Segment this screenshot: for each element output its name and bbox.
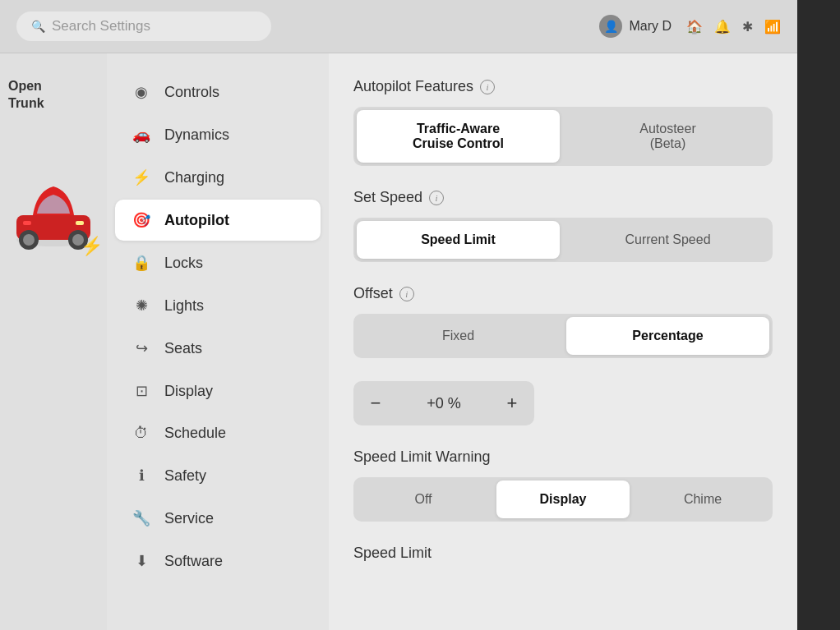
open-trunk-area[interactable]: OpenTrunk — [0, 78, 107, 113]
main-content: Autopilot Features i Traffic-AwareCruise… — [329, 53, 797, 630]
set-speed-group: Speed Limit Current Speed — [353, 218, 773, 262]
offset-group: Fixed Percentage — [353, 314, 773, 358]
top-bar-right: 👤 Mary D 🏠 🔔 ✱ 📶 — [599, 15, 781, 38]
speed-limit-warning-title: Speed Limit Warning — [353, 448, 773, 466]
search-input[interactable]: Search Settings — [52, 18, 150, 34]
sidebar-item-autopilot[interactable]: 🎯 Autopilot — [115, 200, 321, 241]
lights-icon: ✺ — [132, 297, 151, 315]
offset-info-icon[interactable]: i — [399, 287, 414, 301]
schedule-icon: ⏱ — [132, 425, 151, 442]
set-speed-info-icon[interactable]: i — [429, 191, 444, 205]
speed-limit-btn[interactable]: Speed Limit — [357, 221, 560, 259]
sidebar-label-safety: Safety — [164, 467, 206, 485]
sidebar-item-dynamics[interactable]: 🚗 Dynamics — [115, 114, 321, 155]
display-btn[interactable]: Display — [496, 481, 630, 518]
svg-rect-6 — [76, 221, 84, 225]
set-speed-title: Set Speed i — [353, 189, 773, 206]
autopilot-features-title: Autopilot Features i — [353, 78, 773, 95]
sidebar-item-locks[interactable]: 🔒 Locks — [115, 242, 321, 283]
locks-icon: 🔒 — [132, 254, 151, 272]
charging-icon: ⚡ — [132, 168, 151, 186]
fixed-btn[interactable]: Fixed — [357, 317, 560, 355]
current-speed-btn[interactable]: Current Speed — [566, 221, 769, 259]
autosteer-beta-btn[interactable]: Autosteer(Beta) — [566, 110, 769, 163]
home-icon[interactable]: 🏠 — [686, 19, 703, 34]
sidebar-item-service[interactable]: 🔧 Service — [115, 498, 321, 539]
traffic-aware-cruise-control-btn[interactable]: Traffic-AwareCruise Control — [357, 110, 560, 163]
car-panel: OpenTrunk ⚡ — [0, 53, 107, 630]
sidebar-label-software: Software — [164, 553, 223, 570]
sidebar-item-lights[interactable]: ✺ Lights — [115, 285, 321, 326]
search-area[interactable]: 🔍 Search Settings — [16, 11, 271, 41]
sidebar-item-safety[interactable]: ℹ Safety — [115, 455, 321, 496]
sidebar-item-controls[interactable]: ◉ Controls — [115, 71, 321, 113]
sidebar-label-dynamics: Dynamics — [164, 126, 229, 144]
dynamics-icon: 🚗 — [132, 126, 151, 144]
sidebar-item-seats[interactable]: ↪ Seats — [115, 328, 321, 369]
offset-title: Offset i — [353, 285, 773, 302]
sidebar-item-schedule[interactable]: ⏱ Schedule — [115, 413, 321, 453]
open-trunk-label: OpenTrunk — [8, 78, 107, 113]
autopilot-icon: 🎯 — [132, 211, 151, 229]
sidebar-item-display[interactable]: ⊡ Display — [115, 370, 321, 412]
sidebar-label-locks: Locks — [164, 255, 203, 272]
top-bar: 🔍 Search Settings 👤 Mary D 🏠 🔔 ✱ 📶 — [0, 0, 797, 53]
sidebar-item-charging[interactable]: ⚡ Charging — [115, 157, 321, 198]
sidebar-label-controls: Controls — [164, 84, 219, 101]
speed-limit-section-title: Speed Limit — [353, 545, 773, 562]
offset-stepper: − +0 % + — [353, 381, 534, 425]
sidebar-label-display: Display — [164, 383, 213, 400]
software-icon: ⬇ — [132, 552, 151, 570]
user-info: 👤 Mary D — [599, 15, 672, 38]
top-icons: 🏠 🔔 ✱ 📶 — [686, 19, 781, 34]
sidebar-item-software[interactable]: ⬇ Software — [115, 540, 321, 582]
sidebar-label-service: Service — [164, 510, 214, 527]
nav-sidebar: ◉ Controls 🚗 Dynamics ⚡ Charging 🎯 Autop… — [107, 53, 329, 630]
sidebar-label-lights: Lights — [164, 297, 204, 315]
username: Mary D — [629, 19, 672, 34]
stepper-minus-btn[interactable]: − — [353, 381, 398, 425]
percentage-btn[interactable]: Percentage — [566, 317, 769, 355]
autopilot-features-group: Traffic-AwareCruise Control Autosteer(Be… — [353, 107, 773, 166]
autopilot-features-info-icon[interactable]: i — [480, 80, 495, 94]
sidebar-label-seats: Seats — [164, 340, 202, 357]
sidebar-label-autopilot: Autopilot — [164, 212, 229, 229]
sidebar-label-charging: Charging — [164, 169, 224, 186]
controls-icon: ◉ — [132, 83, 151, 101]
stepper-plus-btn[interactable]: + — [490, 381, 534, 425]
right-bezel — [797, 0, 840, 630]
sidebar-label-schedule: Schedule — [164, 425, 226, 442]
stepper-value: +0 % — [398, 395, 490, 412]
seats-icon: ↪ — [132, 339, 151, 357]
svg-rect-7 — [23, 221, 31, 225]
safety-icon: ℹ — [132, 467, 151, 485]
signal-icon: 📶 — [764, 19, 781, 34]
display-icon: ⊡ — [132, 382, 151, 400]
off-btn[interactable]: Off — [357, 481, 490, 518]
chime-btn[interactable]: Chime — [636, 481, 769, 518]
avatar: 👤 — [599, 15, 622, 38]
car-image: ⚡ — [8, 162, 99, 310]
svg-point-3 — [23, 234, 35, 246]
service-icon: 🔧 — [132, 509, 151, 527]
speed-limit-warning-group: Off Display Chime — [353, 477, 773, 522]
lightning-bolt-icon: ⚡ — [81, 236, 103, 257]
bluetooth-icon[interactable]: ✱ — [742, 19, 753, 34]
search-icon: 🔍 — [31, 20, 45, 33]
bell-icon[interactable]: 🔔 — [714, 19, 731, 34]
